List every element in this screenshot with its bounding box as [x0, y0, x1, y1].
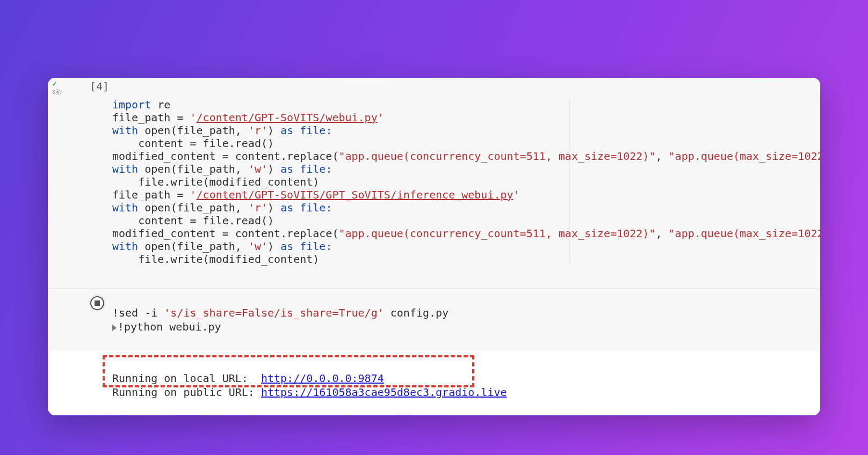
check-icon: ✓: [52, 80, 84, 88]
code-block-1[interactable]: import re file_path = '/content/GPT-SoVI…: [112, 98, 820, 266]
chevron-right-icon: [112, 325, 117, 331]
local-url-label: Running on local URL:: [112, 372, 261, 385]
exec-count: [4]: [90, 80, 109, 93]
cell-gutter: ✓ 0秒: [52, 80, 84, 95]
code-cell-executed[interactable]: ✓ 0秒 [4] import re file_path = '/content…: [48, 78, 820, 288]
cell-output: Running on local URL: http://0.0.0.0:987…: [48, 351, 820, 415]
exec-timing: 0秒: [52, 89, 84, 95]
ruler-line: [569, 98, 569, 266]
local-url-link[interactable]: http://0.0.0.0:9874: [261, 372, 384, 385]
code-cell-running[interactable]: !sed -i 's/is_share=False/is_share=True/…: [48, 288, 820, 351]
stop-icon: [95, 300, 100, 306]
notebook-panel: ✓ 0秒 [4] import re file_path = '/content…: [48, 78, 820, 415]
stop-execution-button[interactable]: [90, 296, 104, 310]
public-url-label: Running on public URL:: [112, 386, 261, 399]
code-block-2[interactable]: !sed -i 's/is_share=False/is_share=True/…: [112, 306, 820, 334]
output-text: Running on local URL: http://0.0.0.0:987…: [112, 371, 820, 399]
public-url-link[interactable]: https://161058a3cae95d8ec3.gradio.live: [261, 386, 507, 399]
